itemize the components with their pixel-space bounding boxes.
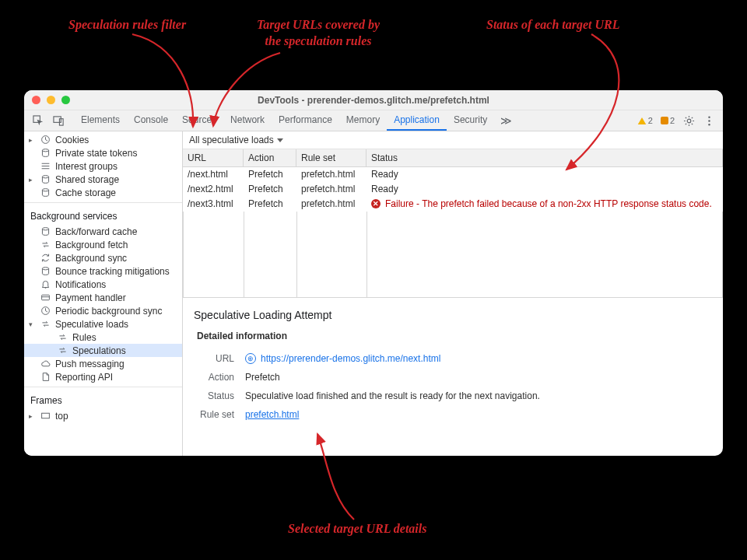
detail-ruleset-label: Rule set: [197, 409, 234, 420]
sidebar-item-label: Private state tokens: [55, 148, 137, 159]
speculations-table: URL Action Rule set Status /next.htmlPre…: [183, 149, 723, 298]
issues-badge[interactable]: 2: [661, 116, 675, 125]
device-toggle-icon[interactable]: [52, 114, 65, 127]
tab-console[interactable]: Console: [127, 110, 175, 131]
minimize-icon[interactable]: [47, 96, 55, 104]
sidebar-item-top[interactable]: top: [24, 409, 182, 422]
sidebar-item-rules[interactable]: Rules: [24, 331, 182, 344]
svg-point-10: [42, 189, 48, 191]
sidebar-item-label: Background sync: [55, 253, 127, 264]
sidebar-item-interest-groups[interactable]: Interest groups: [24, 159, 182, 173]
cell-action: Prefetch: [244, 167, 296, 181]
tab-network[interactable]: Network: [223, 110, 272, 131]
sidebar-item-label: Reporting API: [55, 372, 113, 383]
cell-status: Ready: [366, 182, 723, 196]
sidebar-item-push-messaging[interactable]: Push messaging: [24, 357, 182, 370]
tab-elements[interactable]: Elements: [74, 110, 127, 131]
annotation-targets: Target URLs covered by the speculation r…: [257, 17, 380, 50]
sidebar-item-shared-storage[interactable]: Shared storage: [24, 173, 182, 186]
clock-icon: [40, 306, 51, 317]
detail-title: Speculative Loading Attempt: [194, 309, 712, 321]
table-row[interactable]: /next2.htmlPrefetchprefetch.htmlReady: [183, 182, 723, 197]
sidebar-item-label: Speculative loads: [55, 319, 128, 330]
sidebar-item-notifications[interactable]: Notifications: [24, 278, 182, 291]
traffic-lights[interactable]: [32, 96, 70, 104]
detail-status-value: Speculative load finished and the result…: [245, 390, 540, 401]
zoom-icon[interactable]: [61, 96, 70, 104]
sidebar-item-label: Cookies: [55, 135, 89, 145]
card-icon: [40, 292, 51, 303]
sidebar-item-background-fetch[interactable]: Background fetch: [24, 238, 182, 251]
sidebar-item-payment-handler[interactable]: Payment handler: [24, 291, 182, 304]
cell-action: Prefetch: [244, 182, 296, 196]
sidebar-item-cache-storage[interactable]: Cache storage: [24, 186, 182, 199]
svg-point-4: [708, 116, 710, 117]
sidebar-item-label: Shared storage: [55, 174, 119, 185]
sidebar-item-background-sync[interactable]: Background sync: [24, 251, 182, 264]
settings-icon[interactable]: [682, 114, 695, 127]
warning-icon: [637, 116, 647, 125]
bell-icon: [40, 279, 51, 290]
svg-rect-13: [41, 295, 49, 300]
arrows-icon: [40, 319, 51, 330]
sidebar-item-speculations[interactable]: Speculations: [24, 344, 182, 357]
cell-status: ✕Failure - The prefetch failed because o…: [366, 197, 723, 211]
col-url[interactable]: URL: [183, 149, 244, 167]
svg-point-6: [708, 123, 710, 124]
sidebar-item-cookies[interactable]: Cookies: [24, 133, 182, 146]
detail-url-label: URL: [197, 353, 234, 364]
clock-icon: [40, 135, 51, 145]
sidebar-item-private-state-tokens[interactable]: Private state tokens: [24, 146, 182, 159]
detail-action-value: Prefetch: [245, 372, 280, 383]
speculation-filter-bar: All speculative loads: [183, 131, 723, 149]
cell-action: Prefetch: [244, 197, 296, 211]
tabs-overflow[interactable]: ≫: [494, 110, 518, 131]
db-icon: [40, 226, 51, 237]
col-action[interactable]: Action: [244, 149, 296, 167]
col-ruleset[interactable]: Rule set: [296, 149, 366, 167]
window-title: DevTools - prerender-demos.glitch.me/pre…: [32, 95, 715, 106]
issue-icon: [661, 117, 668, 124]
tab-performance[interactable]: Performance: [272, 110, 339, 131]
tab-sources[interactable]: Sources: [175, 110, 223, 131]
table-row[interactable]: /next3.htmlPrefetchprefetch.html✕Failure…: [183, 197, 723, 212]
link-icon: ⊕: [245, 353, 256, 364]
db-icon: [40, 266, 51, 277]
tab-memory[interactable]: Memory: [339, 110, 387, 131]
kebab-menu-icon[interactable]: [703, 114, 715, 127]
speculation-filter-dropdown[interactable]: All speculative loads: [189, 135, 283, 145]
detail-subhead: Detailed information: [194, 331, 712, 341]
warnings-badge[interactable]: 2: [637, 116, 653, 125]
sidebar-item-label: Interest groups: [55, 161, 117, 172]
tab-application[interactable]: Application: [387, 110, 447, 131]
error-icon: ✕: [371, 199, 381, 208]
sidebar-item-back-forward-cache[interactable]: Back/forward cache: [24, 225, 182, 238]
sidebar-item-label: Bounce tracking mitigations: [55, 266, 170, 277]
table-row[interactable]: /next.htmlPrefetchprefetch.htmlReady: [183, 167, 723, 182]
panel-tabs: Elements Console Sources Network Perform…: [74, 110, 518, 131]
sidebar-item-periodic-background-sync[interactable]: Periodic background sync: [24, 304, 182, 317]
svg-point-5: [708, 120, 710, 121]
devtools-window: DevTools - prerender-demos.glitch.me/pre…: [24, 90, 723, 456]
col-status[interactable]: Status: [366, 149, 723, 167]
cell-url: /next2.html: [183, 182, 244, 196]
svg-point-3: [687, 119, 691, 123]
sidebar-item-label: Back/forward cache: [55, 226, 137, 237]
detail-ruleset-value[interactable]: prefetch.html: [245, 409, 299, 420]
sidebar-item-label: Periodic background sync: [55, 306, 162, 317]
speculation-detail: Speculative Loading Attempt Detailed inf…: [183, 298, 723, 435]
sidebar-item-reporting-api[interactable]: Reporting API: [24, 370, 182, 383]
sidebar-item-label: Background fetch: [55, 240, 128, 250]
svg-point-12: [42, 268, 48, 270]
cloud-icon: [40, 359, 51, 369]
detail-url-value[interactable]: ⊕ https://prerender-demos.glitch.me/next…: [245, 353, 440, 364]
sidebar-item-label: Push messaging: [55, 359, 124, 369]
sync-icon: [40, 253, 51, 264]
tab-security[interactable]: Security: [447, 110, 494, 131]
sidebar-item-bounce-tracking-mitigations[interactable]: Bounce tracking mitigations: [24, 264, 182, 278]
table-header: URL Action Rule set Status: [183, 149, 723, 167]
doc-icon: [40, 372, 51, 383]
inspect-icon[interactable]: [32, 114, 44, 127]
sidebar-item-speculative-loads[interactable]: Speculative loads: [24, 317, 182, 331]
close-icon[interactable]: [32, 96, 40, 104]
